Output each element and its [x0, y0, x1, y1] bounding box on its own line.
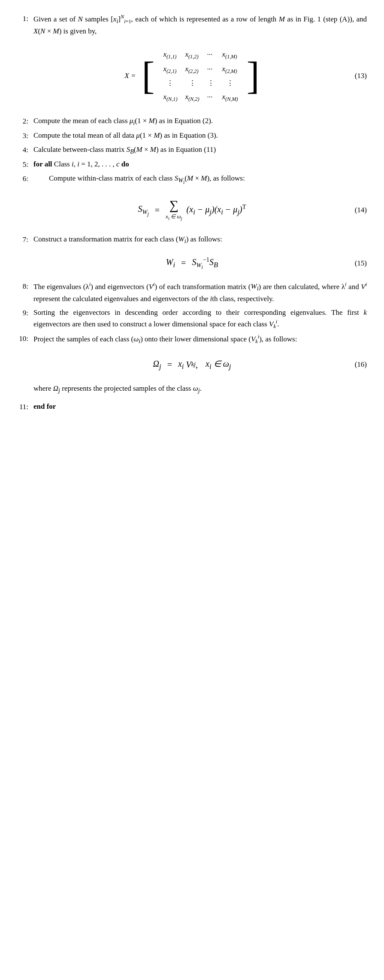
- equation-16: Ωj = xi Vkj, xi ∈ ωj (16): [17, 357, 367, 372]
- equation-13-label: (13): [355, 70, 367, 81]
- line-number-6: 6:: [17, 173, 33, 184]
- line-number-3: 3:: [17, 130, 33, 142]
- equation-15-label: (15): [355, 258, 367, 269]
- line-text-3: Compute the total mean of all data μ(1 ×…: [33, 130, 367, 141]
- algorithm-line-11: 11: end for: [17, 401, 367, 413]
- algorithm-line-4: 4: Calculate between-class matrix SB(M ×…: [17, 144, 367, 157]
- line-text-9: Sorting the eigenvectors in descending o…: [33, 307, 367, 331]
- equation-16-description: where Ωj represents the projected sample…: [17, 383, 367, 395]
- line-text-8: The eigenvalues (λi) and eigenvectors (V…: [33, 280, 367, 305]
- line-text-7: Construct a transformation matrix for ea…: [33, 234, 367, 246]
- line-number-10: 10:: [17, 333, 33, 344]
- line-text-11: end for: [33, 401, 367, 412]
- equation-14: SWj = ∑ xi ∈ ωj (xi − μj)(xi − μj)T (14): [17, 199, 367, 222]
- line-text-10: Project the samples of each class (ωi) o…: [33, 333, 367, 346]
- line-number-7: 7:: [17, 234, 33, 245]
- line-text-6: Compute within-class matrix of each clas…: [33, 173, 367, 187]
- line-number-8: 8:: [17, 280, 33, 292]
- line-number-11: 11:: [17, 401, 33, 413]
- algorithm-line-7: 7: Construct a transformation matrix for…: [17, 234, 367, 246]
- line-number-9: 9:: [17, 307, 33, 319]
- algorithm-line-3: 3: Compute the total mean of all data μ(…: [17, 130, 367, 142]
- equation-16-label: (16): [355, 359, 367, 370]
- algorithm-line-8: 8: The eigenvalues (λi) and eigenvectors…: [17, 280, 367, 305]
- equation-14-label: (14): [355, 205, 367, 216]
- line-text-2: Compute the mean of each class μi(1 × M)…: [33, 115, 367, 128]
- line-text-4: Calculate between-class matrix SB(M × M)…: [33, 144, 367, 157]
- algorithm-line-6: 6: Compute within-class matrix of each c…: [17, 173, 367, 187]
- algorithm-line-1: 1: Given a set of N samples [xi]Ni=1, ea…: [17, 13, 367, 37]
- line-text-5: for all Class i, i = 1, 2, . . . , c do: [33, 159, 367, 170]
- line-number-1: 1:: [17, 13, 33, 24]
- line-number-5: 5:: [17, 159, 33, 170]
- equation-15: Wi = SWi−1SB (15): [17, 255, 367, 271]
- equation-13: X = [ x(1,1) x(1,2) ··· x(1,M) x(2,1) x(…: [17, 46, 367, 106]
- algorithm-line-10: 10: Project the samples of each class (ω…: [17, 333, 367, 346]
- line-text-1: Given a set of N samples [xi]Ni=1, each …: [33, 13, 367, 37]
- line-number-2: 2:: [17, 115, 33, 127]
- line-number-4: 4:: [17, 144, 33, 156]
- algorithm-line-9: 9: Sorting the eigenvectors in descendin…: [17, 307, 367, 331]
- algorithm-line-5: 5: for all Class i, i = 1, 2, . . . , c …: [17, 159, 367, 170]
- algorithm-line-2: 2: Compute the mean of each class μi(1 ×…: [17, 115, 367, 128]
